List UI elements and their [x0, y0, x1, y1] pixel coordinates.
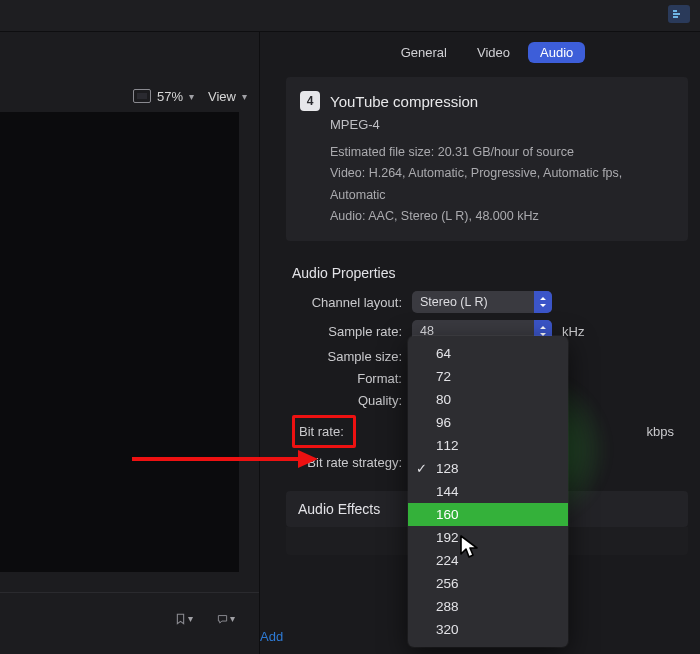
row-channel-layout: Channel layout: Stereo (L R) — [292, 291, 682, 313]
bitrate-option[interactable]: ✓160 — [408, 503, 568, 526]
preset-step-badge: 4 — [300, 91, 320, 111]
zoom-percent[interactable]: 57% — [157, 89, 183, 104]
value-channel-layout: Stereo (L R) — [420, 295, 488, 309]
preview-pane: 57% ▾ View ▾ ▾ ▾ — [0, 32, 260, 654]
label-sample-rate: Sample rate: — [292, 324, 412, 339]
bookmark-chevron-down-icon: ▾ — [188, 613, 193, 624]
preset-title: YouTube compression — [330, 93, 478, 110]
select-caret-icon — [534, 291, 552, 313]
preview-toolbar: 57% ▾ View ▾ — [0, 80, 259, 112]
tab-general[interactable]: General — [389, 42, 459, 63]
bitrate-option[interactable]: ✓224 — [408, 549, 568, 572]
preview-footer: ▾ ▾ — [0, 592, 259, 644]
bookmark-icon[interactable]: ▾ — [175, 610, 193, 628]
unit-bit-rate: kbps — [647, 424, 674, 439]
comment-icon[interactable]: ▾ — [217, 610, 235, 628]
bitrate-option[interactable]: ✓128 — [408, 457, 568, 480]
bitrate-dropdown[interactable]: ✓64 ✓72 ✓80 ✓96 ✓112 ✓128 ✓144 ✓160 ✓192… — [408, 336, 568, 647]
title-bar — [0, 0, 700, 32]
label-sample-size: Sample size: — [292, 349, 412, 364]
bitrate-option[interactable]: ✓80 — [408, 388, 568, 411]
label-channel-layout: Channel layout: — [292, 295, 412, 310]
app-badge-icon — [668, 5, 690, 23]
bitrate-option[interactable]: ✓144 — [408, 480, 568, 503]
label-bit-rate-strategy: Bit rate strategy: — [292, 455, 412, 470]
display-icon — [133, 89, 151, 103]
preview-canvas — [0, 112, 239, 572]
view-menu[interactable]: View — [208, 89, 236, 104]
preset-audio-line: Audio: AAC, Stereo (L R), 48.000 kHz — [330, 206, 672, 227]
svg-rect-2 — [673, 16, 678, 18]
bitrate-option[interactable]: ✓64 — [408, 342, 568, 365]
preset-video-line: Video: H.264, Automatic, Progressive, Au… — [330, 163, 672, 206]
bitrate-option[interactable]: ✓96 — [408, 411, 568, 434]
bitrate-option[interactable]: ✓72 — [408, 365, 568, 388]
label-format: Format: — [292, 371, 412, 386]
bitrate-option[interactable]: ✓320 — [408, 618, 568, 641]
select-channel-layout[interactable]: Stereo (L R) — [412, 291, 552, 313]
bitrate-option[interactable]: ✓192 — [408, 526, 568, 549]
svg-rect-0 — [673, 10, 677, 12]
inspector-tabs: General Video Audio — [280, 32, 694, 77]
bitrate-option[interactable]: ✓256 — [408, 572, 568, 595]
bitrate-option[interactable]: ✓288 — [408, 595, 568, 618]
comment-chevron-down-icon: ▾ — [230, 613, 235, 624]
view-chevron-down-icon[interactable]: ▾ — [242, 91, 247, 102]
preset-estimate: Estimated file size: 20.31 GB/hour of so… — [330, 142, 672, 163]
zoom-chevron-down-icon[interactable]: ▾ — [189, 91, 194, 102]
label-bit-rate: Bit rate: — [292, 415, 356, 448]
preset-summary: 4 YouTube compression MPEG-4 Estimated f… — [286, 77, 688, 241]
preset-container: MPEG-4 — [330, 117, 672, 132]
label-quality: Quality: — [292, 393, 412, 408]
bitrate-option[interactable]: ✓112 — [408, 434, 568, 457]
section-audio-properties: Audio Properties — [280, 257, 694, 291]
svg-rect-1 — [673, 13, 680, 15]
tab-audio[interactable]: Audio — [528, 42, 585, 63]
tab-video[interactable]: Video — [465, 42, 522, 63]
